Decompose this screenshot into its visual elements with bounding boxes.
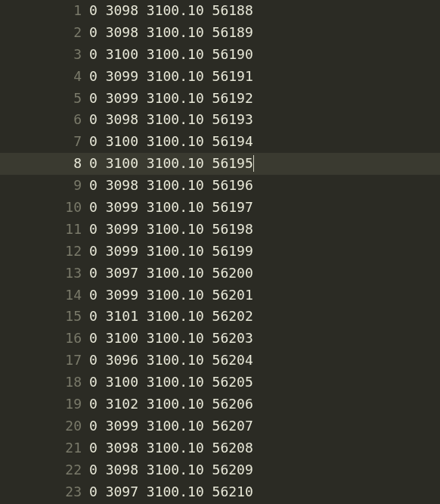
line-number: 15 [0,306,89,328]
editor-line[interactable]: 170 3096 3100.10 56204 [0,350,440,372]
line-number: 12 [0,241,89,263]
editor-line[interactable]: 120 3099 3100.10 56199 [0,241,440,263]
line-number: 21 [0,437,89,459]
line-content[interactable]: 0 3101 3100.10 56202 [89,306,253,328]
editor-line[interactable]: 20 3098 3100.10 56189 [0,22,440,44]
line-content[interactable]: 0 3100 3100.10 56190 [89,44,253,66]
line-content[interactable]: 0 3097 3100.10 56210 [89,481,253,503]
editor-line[interactable]: 70 3100 3100.10 56194 [0,131,440,153]
editor-line[interactable]: 110 3099 3100.10 56198 [0,219,440,241]
line-number: 23 [0,481,89,503]
line-number: 16 [0,328,89,350]
editor-line[interactable]: 80 3100 3100.10 56195 [0,153,440,175]
line-content[interactable]: 0 3096 3100.10 56204 [89,350,253,372]
text-editor[interactable]: 10 3098 3100.10 5618820 3098 3100.10 561… [0,0,440,504]
line-content[interactable]: 0 3100 3100.10 56194 [89,131,253,153]
editor-line[interactable]: 140 3099 3100.10 56201 [0,285,440,306]
line-content[interactable]: 0 3100 3100.10 56205 [89,372,253,394]
editor-line[interactable]: 150 3101 3100.10 56202 [0,306,440,328]
line-content[interactable]: 0 3099 3100.10 56199 [89,241,253,263]
line-number: 4 [0,66,89,88]
line-content[interactable]: 0 3102 3100.10 56206 [89,394,253,415]
line-content[interactable]: 0 3099 3100.10 56191 [89,66,253,88]
line-number: 20 [0,415,89,437]
line-number: 6 [0,109,89,131]
editor-line[interactable]: 200 3099 3100.10 56207 [0,415,440,437]
editor-line[interactable]: 220 3098 3100.10 56209 [0,459,440,481]
line-number: 10 [0,197,89,219]
editor-line[interactable]: 90 3098 3100.10 56196 [0,175,440,197]
editor-line[interactable]: 30 3100 3100.10 56190 [0,44,440,66]
editor-line[interactable]: 190 3102 3100.10 56206 [0,394,440,415]
line-content[interactable]: 0 3098 3100.10 56209 [89,459,253,481]
line-content[interactable]: 0 3098 3100.10 56188 [89,0,253,22]
line-number: 2 [0,22,89,44]
line-number: 11 [0,219,89,241]
editor-line[interactable]: 60 3098 3100.10 56193 [0,109,440,131]
line-content[interactable]: 0 3099 3100.10 56207 [89,415,253,437]
line-number: 22 [0,459,89,481]
line-content[interactable]: 0 3098 3100.10 56193 [89,109,253,131]
line-number: 17 [0,350,89,372]
line-content[interactable]: 0 3098 3100.10 56208 [89,437,253,459]
line-content[interactable]: 0 3099 3100.10 56201 [89,285,253,306]
line-content[interactable]: 0 3098 3100.10 56189 [89,22,253,44]
line-number: 7 [0,131,89,153]
line-number: 1 [0,0,89,22]
editor-line[interactable]: 130 3097 3100.10 56200 [0,263,440,285]
line-number: 8 [0,153,89,175]
editor-line[interactable]: 210 3098 3100.10 56208 [0,437,440,459]
line-content[interactable]: 0 3098 3100.10 56196 [89,175,253,197]
line-content[interactable]: 0 3100 3100.10 56195 [89,153,253,175]
line-content[interactable]: 0 3097 3100.10 56200 [89,263,253,285]
line-number: 5 [0,88,89,110]
line-content[interactable]: 0 3100 3100.10 56203 [89,328,253,350]
line-number: 14 [0,285,89,306]
line-number: 3 [0,44,89,66]
editor-line[interactable]: 100 3099 3100.10 56197 [0,197,440,219]
editor-line[interactable]: 40 3099 3100.10 56191 [0,66,440,88]
editor-line[interactable]: 160 3100 3100.10 56203 [0,328,440,350]
editor-line[interactable]: 10 3098 3100.10 56188 [0,0,440,22]
editor-line[interactable]: 50 3099 3100.10 56192 [0,88,440,110]
line-number: 9 [0,175,89,197]
line-content[interactable]: 0 3099 3100.10 56197 [89,197,253,219]
line-number: 19 [0,394,89,415]
line-number: 13 [0,263,89,285]
line-content[interactable]: 0 3099 3100.10 56198 [89,219,253,241]
editor-line[interactable]: 230 3097 3100.10 56210 [0,481,440,503]
text-cursor [253,155,255,172]
line-number: 18 [0,372,89,394]
editor-line[interactable]: 180 3100 3100.10 56205 [0,372,440,394]
line-content[interactable]: 0 3099 3100.10 56192 [89,88,253,110]
